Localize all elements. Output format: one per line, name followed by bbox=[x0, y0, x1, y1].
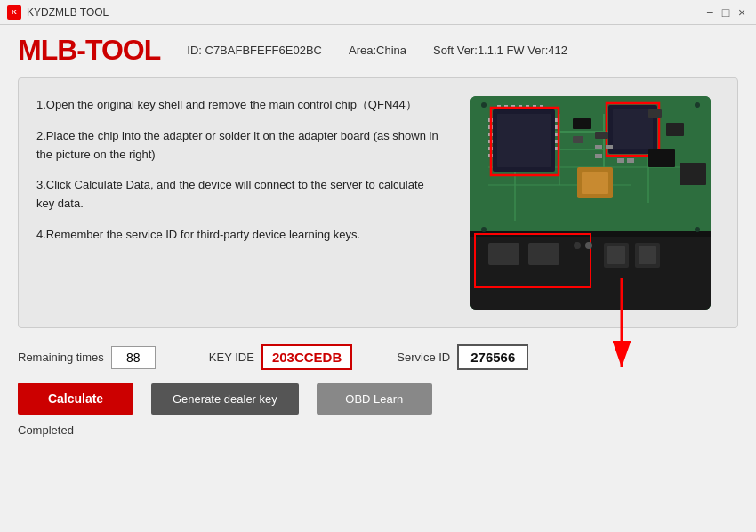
pcb-image bbox=[470, 96, 711, 310]
svg-rect-41 bbox=[595, 145, 602, 149]
instructions-panel: 1.Open the original key shell and remove… bbox=[18, 77, 738, 328]
svg-rect-45 bbox=[595, 154, 602, 158]
svg-rect-46 bbox=[680, 163, 706, 185]
remaining-times-group: Remaining times 88 bbox=[18, 346, 156, 369]
service-id-group: Service ID 276566 bbox=[397, 344, 528, 370]
service-id-value: 276566 bbox=[457, 344, 528, 370]
step2-text: 2.Place the chip into the adapter or sol… bbox=[36, 127, 444, 165]
step4-text: 4.Remember the service ID for third-part… bbox=[36, 226, 444, 245]
svg-rect-52 bbox=[607, 246, 625, 264]
key-ide-label: KEY IDE bbox=[209, 351, 254, 364]
svg-rect-43 bbox=[617, 158, 624, 163]
instructions-text: 1.Open the original key shell and remove… bbox=[36, 96, 453, 310]
svg-rect-36 bbox=[595, 132, 608, 139]
red-arrow bbox=[586, 278, 657, 385]
svg-point-56 bbox=[574, 242, 581, 249]
buttons-row: Calculate Generate dealer key OBD Learn bbox=[18, 383, 738, 415]
svg-rect-44 bbox=[627, 158, 634, 163]
app-title: MLB-TOOL bbox=[18, 34, 160, 67]
svg-rect-40 bbox=[648, 109, 662, 118]
header-row: MLB-TOOL ID: C7BAFBFEFF6E02BC Area:China… bbox=[18, 34, 738, 67]
svg-point-60 bbox=[481, 102, 487, 108]
title-bar-controls: − □ × bbox=[703, 5, 749, 20]
svg-rect-31 bbox=[613, 109, 653, 149]
calculate-button[interactable]: Calculate bbox=[18, 383, 133, 415]
svg-rect-37 bbox=[573, 136, 583, 143]
step1-text: 1.Open the original key shell and remove… bbox=[36, 96, 444, 115]
title-bar-text: KYDZMLB TOOL bbox=[27, 6, 109, 19]
main-content: MLB-TOOL ID: C7BAFBFEFF6E02BC Area:China… bbox=[0, 25, 756, 446]
obd-learn-button[interactable]: OBD Learn bbox=[317, 383, 432, 415]
remaining-times-value: 88 bbox=[111, 346, 156, 369]
svg-rect-54 bbox=[639, 246, 656, 264]
title-bar: K KYDZMLB TOOL − □ × bbox=[0, 0, 756, 25]
version-info: Soft Ver:1.1.1 FW Ver:412 bbox=[433, 44, 567, 57]
svg-point-61 bbox=[695, 102, 700, 108]
svg-rect-49 bbox=[488, 243, 519, 265]
close-button[interactable]: × bbox=[735, 5, 749, 20]
svg-rect-50 bbox=[528, 243, 559, 265]
svg-rect-10 bbox=[497, 114, 551, 167]
svg-rect-38 bbox=[648, 149, 675, 167]
step3-text: 3.Click Calculate Data, and the device w… bbox=[36, 176, 444, 214]
title-bar-left: K KYDZMLB TOOL bbox=[7, 5, 109, 20]
status-text: Completed bbox=[18, 423, 738, 437]
instructions-image bbox=[470, 96, 720, 310]
area-info: Area:China bbox=[349, 44, 406, 57]
app-icon: K bbox=[7, 5, 21, 20]
key-ide-value: 203CCEDB bbox=[261, 344, 352, 370]
generate-dealer-button[interactable]: Generate dealer key bbox=[151, 383, 299, 415]
key-ide-group: KEY IDE 203CCEDB bbox=[209, 344, 352, 370]
svg-point-57 bbox=[585, 242, 592, 249]
maximize-button[interactable]: □ bbox=[719, 5, 733, 20]
svg-point-58 bbox=[481, 227, 487, 232]
svg-rect-34 bbox=[582, 172, 608, 194]
svg-point-59 bbox=[695, 227, 700, 232]
remaining-times-label: Remaining times bbox=[18, 351, 104, 364]
minimize-button[interactable]: − bbox=[703, 5, 717, 20]
device-id: ID: C7BAFBFEFF6E02BC bbox=[187, 44, 322, 57]
svg-rect-35 bbox=[573, 118, 591, 129]
header-info: ID: C7BAFBFEFF6E02BC Area:China Soft Ver… bbox=[187, 44, 567, 57]
svg-rect-39 bbox=[666, 123, 684, 136]
svg-rect-42 bbox=[606, 145, 613, 149]
service-id-label: Service ID bbox=[397, 351, 450, 364]
